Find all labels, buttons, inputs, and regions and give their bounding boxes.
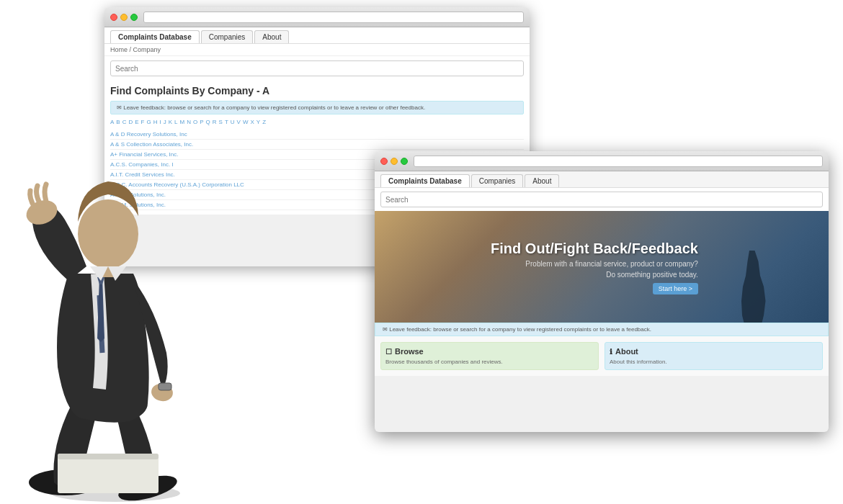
about-title: ℹ About — [610, 347, 818, 356]
person-figure — [0, 43, 231, 504]
nav-front: Complaints Database Companies About — [375, 171, 829, 188]
hero-headline: Find Out/Fight Back/Feedback — [491, 240, 698, 257]
maximize-button[interactable] — [130, 14, 138, 21]
search-area-front — [375, 188, 829, 211]
tab-companies-front[interactable]: Companies — [471, 174, 524, 187]
browser-titlebar-front — [375, 151, 829, 171]
browse-section: ☐ Browse Browse thousands of companies a… — [380, 342, 599, 370]
person-svg — [14, 43, 223, 504]
maximize-button-front[interactable] — [401, 158, 408, 165]
hero-text-block: Find Out/Fight Back/Feedback Problem wit… — [491, 240, 713, 294]
info-banner-front: ✉ Leave feedback: browse or search for a… — [375, 323, 829, 336]
about-description: About this information. — [610, 359, 818, 365]
browse-title: ☐ Browse — [385, 347, 594, 356]
url-bar-back[interactable] — [143, 12, 524, 23]
minimize-button-front[interactable] — [391, 158, 398, 165]
hero-banner: Find Out/Fight Back/Feedback Problem wit… — [375, 211, 829, 323]
svg-rect-9 — [58, 454, 159, 459]
about-icon: ℹ — [610, 348, 612, 356]
window-controls — [110, 14, 138, 21]
hero-silhouette-figure — [735, 251, 771, 323]
alpha-v[interactable]: V — [237, 119, 241, 125]
svg-rect-8 — [58, 454, 159, 493]
minimize-button[interactable] — [120, 14, 128, 21]
tab-complaints-db-back[interactable]: Complaints Database — [110, 30, 200, 43]
nav-back: Complaints Database Companies About — [104, 27, 530, 44]
browse-title-text: Browse — [395, 347, 424, 356]
about-title-text: About — [615, 347, 638, 356]
browse-icon: ☐ — [385, 348, 392, 356]
search-input-front[interactable] — [380, 192, 823, 207]
tab-about-front[interactable]: About — [525, 174, 559, 187]
browse-description: Browse thousands of companies and review… — [385, 359, 594, 365]
hero-start-button[interactable]: Start here > — [653, 283, 698, 294]
alpha-y[interactable]: Y — [257, 119, 260, 125]
hero-subtext-2: Do something positive today. — [491, 271, 698, 279]
front-page-content: ✉ Leave feedback: browse or search for a… — [375, 323, 829, 376]
two-col-section: ☐ Browse Browse thousands of companies a… — [375, 336, 829, 376]
close-button-front[interactable] — [380, 158, 388, 165]
tab-companies-back[interactable]: Companies — [201, 30, 254, 43]
svg-point-5 — [78, 199, 138, 269]
alpha-z[interactable]: Z — [262, 119, 266, 125]
svg-rect-7 — [159, 383, 171, 390]
tab-about-back[interactable]: About — [254, 30, 289, 43]
alpha-u[interactable]: U — [231, 119, 235, 125]
browser-titlebar-back — [104, 7, 530, 27]
about-section: ℹ About About this information. — [605, 342, 823, 370]
alpha-w[interactable]: W — [243, 119, 249, 125]
front-browser-window: Complaints Database Companies About Find… — [375, 151, 829, 432]
tab-complaints-db-front[interactable]: Complaints Database — [380, 174, 470, 187]
close-button[interactable] — [110, 14, 117, 21]
url-bar-front[interactable] — [414, 156, 823, 167]
hero-subtext-1: Problem with a financial service, produc… — [491, 260, 698, 268]
window-controls-front — [380, 158, 408, 165]
alpha-x[interactable]: X — [251, 119, 254, 125]
